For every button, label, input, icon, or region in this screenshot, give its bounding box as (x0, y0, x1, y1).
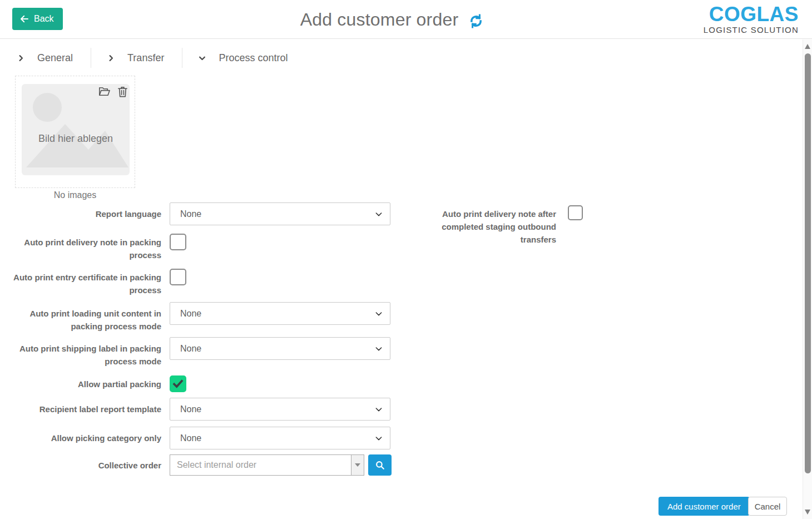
trash-icon[interactable] (116, 85, 129, 98)
select-value: None (180, 404, 201, 414)
field-label: Collective order (0, 454, 161, 472)
add-customer-order-button[interactable]: Add customer order (658, 497, 750, 516)
section-label: Transfer (127, 52, 164, 64)
chevron-down-icon (374, 210, 383, 219)
chevron-down-icon (198, 54, 206, 62)
section-tabs: General Transfer Process control (17, 48, 321, 68)
auto-print-delivery-note-checkbox[interactable] (170, 234, 186, 250)
chevron-right-icon (107, 54, 115, 62)
open-folder-icon[interactable] (98, 85, 111, 98)
allow-partial-packing-checkbox[interactable] (170, 375, 186, 392)
recipient-label-template-select[interactable]: None (170, 398, 390, 421)
scroll-up-arrow-icon[interactable] (805, 44, 810, 49)
section-transfer[interactable]: Transfer (107, 48, 182, 68)
dropzone-text: Bild hier ablegen (22, 133, 130, 145)
report-language-select[interactable]: None (170, 202, 390, 225)
cancel-button[interactable]: Cancel (748, 497, 787, 516)
chevron-down-icon (374, 309, 383, 318)
field-label: Auto print delivery note after completed… (412, 205, 556, 246)
chevron-right-icon (17, 54, 25, 62)
auto-print-entry-certificate-checkbox[interactable] (170, 269, 186, 285)
check-icon (172, 378, 184, 390)
chevron-down-icon (374, 434, 383, 443)
field-label: Auto print loading unit content in packi… (0, 302, 161, 333)
caret-down-icon (355, 463, 360, 467)
field-label: Auto print entry certificate in packing … (0, 269, 161, 296)
coglas-logo: COGLAS LOGISTIC SOLUTION (704, 4, 799, 35)
logo-title: COGLAS (704, 4, 799, 25)
vertical-scrollbar[interactable] (803, 39, 812, 519)
shipping-label-select[interactable]: None (170, 337, 390, 360)
scroll-down-arrow-icon[interactable] (805, 510, 810, 515)
search-icon (375, 460, 385, 471)
collective-order-input[interactable] (170, 454, 351, 476)
add-customer-order-page: Back Add customer order COGLAS LOGISTIC … (0, 0, 812, 519)
field-label: Allow partial packing (0, 375, 161, 391)
select-value: None (180, 209, 201, 219)
field-label: Auto print delivery note in packing proc… (0, 234, 161, 261)
select-value: None (180, 344, 201, 354)
select-value: None (180, 433, 201, 443)
lookup-dropdown-button[interactable] (351, 454, 364, 476)
collective-order-lookup (170, 454, 392, 476)
page-title: Add customer order (300, 9, 459, 30)
header-bar: Back Add customer order COGLAS LOGISTIC … (0, 0, 812, 39)
section-label: Process control (219, 52, 288, 64)
image-dropzone[interactable]: Bild hier ablegen (15, 76, 135, 188)
section-process-control[interactable]: Process control (198, 48, 305, 68)
search-button[interactable] (368, 454, 392, 476)
section-general[interactable]: General (17, 48, 91, 68)
refresh-icon[interactable] (468, 13, 484, 29)
chevron-down-icon (374, 405, 383, 414)
field-label: Report language (0, 202, 161, 220)
loading-unit-content-select[interactable]: None (170, 302, 390, 325)
field-label: Auto print shipping label in packing pro… (0, 337, 161, 368)
scrollbar-thumb[interactable] (805, 53, 811, 473)
picking-category-select[interactable]: None (170, 427, 390, 449)
field-label: Allow picking category only (0, 427, 161, 444)
chevron-down-icon (374, 344, 383, 353)
no-images-caption: No images (15, 190, 135, 200)
field-label: Recipient label report template (0, 398, 161, 416)
logo-subtitle: LOGISTIC SOLUTION (704, 25, 799, 35)
auto-print-after-staging-checkbox[interactable] (568, 205, 583, 220)
section-label: General (37, 52, 73, 64)
select-value: None (180, 309, 201, 319)
